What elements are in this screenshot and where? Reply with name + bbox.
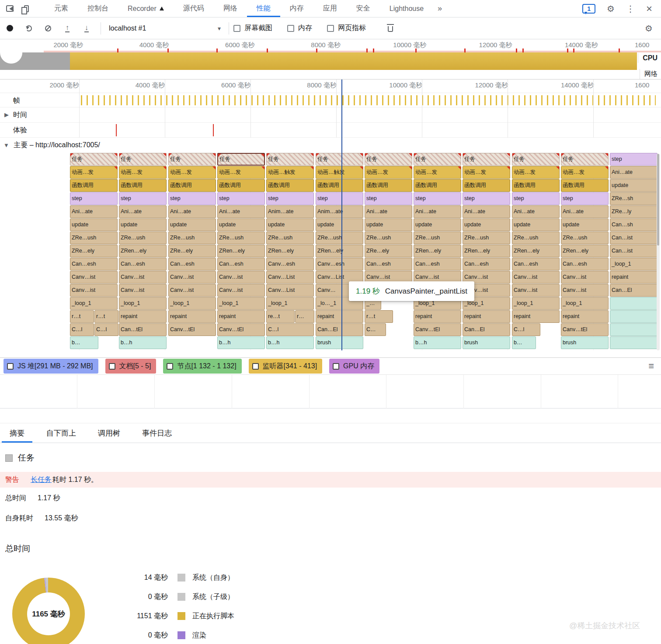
- flame-event-repaint[interactable]: repaint: [316, 310, 363, 323]
- flame-event-update[interactable]: update: [217, 218, 265, 231]
- flame-event-Canv…ist[interactable]: Canv…ist: [119, 284, 167, 297]
- checkbox-网页指标[interactable]: 网页指标: [327, 24, 366, 33]
- flame-event-_loop_1[interactable]: _loop_1: [119, 297, 167, 310]
- clear-button[interactable]: [38, 20, 58, 37]
- checkbox-内存[interactable]: 内存: [287, 24, 312, 33]
- flame-event-Ani…ate[interactable]: Ani…ate: [512, 205, 560, 218]
- flame-event-Can…esh[interactable]: Can…esh: [512, 258, 560, 270]
- flame-event-repaint[interactable]: repaint: [561, 310, 609, 323]
- flame-event-Canv…ist[interactable]: Canv…ist: [561, 271, 609, 284]
- flame-event-repaint[interactable]: repaint: [168, 310, 216, 323]
- tab-元素[interactable]: 元素: [45, 0, 78, 17]
- flame-event-_loop_1[interactable]: _loop_1: [266, 297, 314, 310]
- flame-event-Ani…ate[interactable]: Ani…ate: [217, 205, 265, 218]
- flame-event-ZRe…ely[interactable]: ZRe…ely: [168, 245, 216, 257]
- flame-event-Canv…ist[interactable]: Canv…ist: [70, 284, 118, 297]
- memory-series-toggle[interactable]: GPU 内存: [329, 359, 379, 374]
- flame-event-任务[interactable]: 任务: [168, 153, 216, 166]
- flame-event-动画…发[interactable]: 动画…发: [463, 166, 510, 179]
- memory-graph[interactable]: [0, 375, 661, 409]
- flame-event-Canv…ist[interactable]: Canv…ist: [217, 284, 265, 297]
- flame-event-动画…发[interactable]: 动画…发: [365, 166, 412, 179]
- flame-event-b…[interactable]: b…: [70, 336, 98, 349]
- flame-event-函数调用[interactable]: 函数调用: [512, 179, 560, 192]
- flame-event-Can…tEl[interactable]: Can…tEl: [119, 323, 167, 336]
- flame-event-brush[interactable]: brush: [316, 336, 363, 349]
- tab-内存[interactable]: 内存: [280, 0, 313, 17]
- flame-event-brush[interactable]: brush: [561, 336, 609, 349]
- memory-series-toggle[interactable]: 节点[1 132 - 1 132]: [163, 359, 241, 374]
- flame-event-Canv…ist[interactable]: Canv…ist: [168, 271, 216, 284]
- flame-event-Canv…tEl[interactable]: Canv…tEl: [168, 323, 216, 336]
- flame-event-update[interactable]: update: [119, 218, 167, 231]
- flame-event-动画…发[interactable]: 动画…发: [414, 166, 461, 179]
- flame-event-step[interactable]: step: [561, 192, 609, 205]
- capture-settings-button[interactable]: ⚙: [639, 20, 658, 37]
- flame-event-任务[interactable]: 任务: [414, 153, 461, 166]
- flame-event-任务[interactable]: 任务: [70, 153, 118, 166]
- flame-event-_loop_1[interactable]: _loop_1: [217, 297, 265, 310]
- flame-event-update[interactable]: update: [561, 218, 609, 231]
- flame-event-Ani…ate[interactable]: Ani…ate: [70, 205, 118, 218]
- flame-event-Ani…ate[interactable]: Ani…ate: [168, 205, 216, 218]
- flame-event-Ani…ate[interactable]: Ani…ate: [561, 205, 609, 218]
- flame-event-任务[interactable]: 任务: [561, 153, 609, 166]
- flame-event-动画…触发[interactable]: 动画…触发: [316, 166, 363, 179]
- settings-gear-icon[interactable]: ⚙: [607, 3, 615, 14]
- flame-event-ZRen…ely[interactable]: ZRen…ely: [266, 245, 314, 257]
- memory-series-toggle[interactable]: JS 堆[291 MB - 292 MB]: [3, 359, 98, 374]
- flame-event-re…t[interactable]: re…t: [266, 310, 295, 323]
- flame-event-动画…发[interactable]: 动画…发: [168, 166, 216, 179]
- flame-event-函数调用[interactable]: 函数调用: [316, 179, 363, 192]
- flame-event-r…t[interactable]: r…t: [70, 310, 94, 323]
- flame-event-Canv…ist[interactable]: Canv…ist: [512, 271, 560, 284]
- flame-event-update[interactable]: update: [316, 218, 363, 231]
- flame-event-函数调用[interactable]: 函数调用: [70, 179, 118, 192]
- flame-event-_loop_1[interactable]: _loop_1: [168, 297, 216, 310]
- flame-event-Can…esh[interactable]: Can…esh: [365, 258, 412, 270]
- expand-icon[interactable]: ▶: [4, 111, 9, 118]
- flame-event-Can…El[interactable]: Can…El: [316, 323, 363, 336]
- flame-event-ZRe…ush[interactable]: ZRe…ush: [119, 232, 167, 244]
- flame-event-Can…sh[interactable]: Can…sh: [610, 218, 658, 231]
- details-tab-事件日志[interactable]: 事件日志: [134, 423, 180, 443]
- hamburger-menu-icon[interactable]: ≡: [648, 360, 654, 372]
- flame-event-ZRe…ush[interactable]: ZRe…ush: [70, 232, 118, 244]
- flame-event-b…[interactable]: b…: [512, 336, 536, 349]
- flame-event-Can…esh[interactable]: Can…esh: [463, 258, 510, 270]
- kebab-menu-icon[interactable]: ⋮: [626, 3, 635, 14]
- tab-应用[interactable]: 应用: [313, 0, 347, 17]
- tab-网络[interactable]: 网络: [214, 0, 247, 17]
- flame-event-step[interactable]: step: [316, 192, 363, 205]
- tab-控制台[interactable]: 控制台: [78, 0, 118, 17]
- flame-event-Canv…tEl[interactable]: Canv…tEl: [217, 323, 265, 336]
- flame-event-ZRen…ely[interactable]: ZRen…ely: [119, 245, 167, 257]
- flame-event-ZRe…ush[interactable]: ZRe…ush: [414, 232, 461, 244]
- long-task-link[interactable]: 长任务: [31, 475, 52, 485]
- tab-Lighthouse[interactable]: Lighthouse: [380, 0, 433, 17]
- flame-event-C…[interactable]: C…: [365, 323, 386, 336]
- flame-event-ZRe…ush[interactable]: ZRe…ush: [512, 232, 560, 244]
- flame-event-step[interactable]: step: [168, 192, 216, 205]
- tab-性能[interactable]: 性能: [247, 0, 280, 17]
- flame-event-任务[interactable]: 任务: [217, 153, 265, 166]
- flame-event-update[interactable]: update: [365, 218, 412, 231]
- flame-event-ZRen…ely[interactable]: ZRen…ely: [414, 245, 461, 257]
- playhead[interactable]: [341, 80, 342, 350]
- load-profile-button[interactable]: ↑: [58, 20, 77, 37]
- inspect-icon[interactable]: [6, 5, 14, 12]
- flame-event-step[interactable]: step: [414, 192, 461, 205]
- collapse-icon[interactable]: ▼: [3, 142, 9, 149]
- flame-event-Canv…ist[interactable]: Canv…ist: [217, 271, 265, 284]
- flame-event-Ani…ate[interactable]: Ani…ate: [610, 166, 658, 179]
- flame-event-函数调用[interactable]: 函数调用: [266, 179, 314, 192]
- flame-event-brush[interactable]: brush: [463, 336, 510, 349]
- flame-event-C…l[interactable]: C…l: [70, 323, 94, 336]
- flame-event-动画…发[interactable]: 动画…发: [512, 166, 560, 179]
- flame-event-ZRen…ely[interactable]: ZRen…ely: [561, 245, 609, 257]
- tab-安全[interactable]: 安全: [347, 0, 380, 17]
- flame-event[interactable]: [610, 310, 658, 323]
- flame-event-Can…esh[interactable]: Can…esh: [217, 258, 265, 270]
- flame-event-Canv…ist[interactable]: Canv…ist: [119, 271, 167, 284]
- flame-event-Ani…ate[interactable]: Ani…ate: [119, 205, 167, 218]
